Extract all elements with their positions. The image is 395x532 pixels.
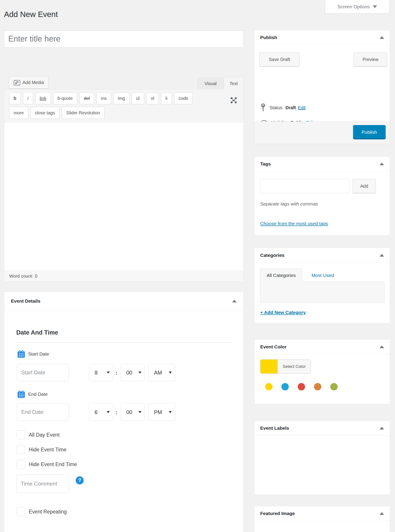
tags-hint: Separate tags with commas — [260, 201, 318, 207]
add-media-button[interactable]: Add Media — [9, 76, 49, 89]
calendar-icon — [17, 390, 25, 398]
end-minute-select[interactable]: 00 — [121, 403, 145, 421]
quicktag-code-button[interactable]: code — [174, 92, 192, 104]
help-icon[interactable]: ? — [76, 476, 84, 484]
end-ampm-select[interactable]: PM — [148, 403, 175, 421]
add-tag-button[interactable]: Add — [353, 179, 376, 193]
event-title-input[interactable] — [4, 30, 243, 47]
event-repeating-row: Event Repeating — [16, 507, 67, 516]
event-color-header[interactable]: Event Color — [254, 340, 390, 354]
status-value: Draft — [285, 105, 296, 110]
all-day-event-label: All Day Event — [29, 432, 60, 438]
event-details-title: Event Details — [11, 298, 40, 304]
start-date-input[interactable] — [17, 364, 69, 381]
save-draft-button[interactable]: Save Draft — [259, 52, 300, 67]
edit-status-link[interactable]: Edit — [298, 105, 306, 110]
publish-button[interactable]: Publish — [353, 125, 386, 139]
end-hour-select[interactable]: 6 — [89, 403, 113, 421]
all-day-event-checkbox[interactable] — [16, 430, 25, 439]
quicktag-img-button[interactable]: img — [113, 92, 129, 104]
start-minute-select-wrap: 00 — [121, 364, 145, 381]
event-labels-header[interactable]: Event Labels — [254, 421, 390, 436]
quicktag-close-tags-button[interactable]: close tags — [31, 107, 60, 119]
publish-title: Publish — [260, 35, 277, 40]
quicktag-italic-button[interactable]: i — [23, 92, 33, 104]
category-list[interactable] — [260, 282, 384, 303]
screen-options-button[interactable]: Screen Options — [325, 0, 390, 14]
tags-input[interactable] — [260, 179, 350, 193]
color-swatch[interactable] — [314, 383, 321, 390]
hide-event-end-time-checkbox[interactable] — [16, 460, 25, 469]
select-color-label: Select Color — [277, 360, 311, 373]
tab-most-used[interactable]: Most Used — [308, 269, 337, 282]
start-ampm-select[interactable]: AM — [148, 364, 175, 381]
quicktag-blockquote-button[interactable]: b-quote — [53, 92, 77, 104]
preview-button[interactable]: Preview — [354, 52, 387, 67]
collapse-icon[interactable] — [380, 346, 384, 348]
tags-header[interactable]: Tags — [254, 157, 390, 171]
publish-header[interactable]: Publish — [254, 30, 390, 45]
collapse-icon[interactable] — [232, 300, 236, 302]
end-minute-select-wrap: 00 — [121, 403, 145, 421]
categories-title: Categories — [260, 253, 285, 258]
choose-most-used-tags-link[interactable]: Choose from the most used tags — [260, 221, 328, 226]
color-swatch[interactable] — [265, 383, 273, 390]
quicktag-bold-button[interactable]: b — [9, 92, 21, 104]
word-count-value: 0 — [35, 274, 37, 279]
color-swatch[interactable] — [281, 383, 289, 390]
hide-event-end-time-label: Hide Event End Time — [29, 461, 77, 467]
select-color-button[interactable]: Select Color — [260, 359, 311, 374]
quicktag-ins-button[interactable]: ins — [96, 92, 111, 104]
collapse-icon[interactable] — [380, 512, 384, 515]
tab-text[interactable]: Text — [224, 78, 243, 89]
event-labels-panel: Event Labels — [254, 420, 390, 495]
collapse-icon[interactable] — [380, 427, 384, 430]
quicktag-ul-button[interactable]: ul — [132, 92, 144, 104]
categories-header[interactable]: Categories — [254, 248, 390, 263]
start-date-label-row: Start Date — [17, 350, 49, 358]
end-date-label-row: End Date — [17, 390, 48, 398]
chevron-down-icon — [373, 5, 377, 8]
fullscreen-expand-icon[interactable] — [230, 96, 237, 104]
start-hour-select-wrap: 8 — [89, 364, 113, 381]
event-details-header[interactable]: Event Details — [4, 292, 243, 311]
start-date-label: Start Date — [28, 351, 49, 357]
collapse-icon[interactable] — [380, 162, 384, 165]
status-label: Status: — [269, 105, 283, 110]
tags-panel: Tags Add Separate tags with commas Choos… — [254, 156, 390, 236]
editor-textarea[interactable] — [4, 123, 243, 271]
color-swatch[interactable] — [330, 383, 338, 390]
event-color-palette — [265, 383, 338, 390]
collapse-icon[interactable] — [380, 254, 384, 257]
quicktag-li-button[interactable]: li — [161, 92, 172, 104]
quicktag-ol-button[interactable]: ol — [146, 92, 159, 104]
tab-all-categories[interactable]: All Categories — [260, 269, 302, 282]
end-date-input[interactable] — [17, 403, 69, 421]
quicktags-row-1: b i link b-quote del ins img ul ol li co… — [9, 92, 238, 104]
tab-text-label: Text — [230, 81, 238, 86]
quicktag-more-button[interactable]: more — [9, 107, 28, 119]
time-comment-input[interactable] — [16, 475, 69, 493]
start-ampm-select-wrap: AM — [148, 364, 175, 381]
featured-image-header[interactable]: Featured Image — [254, 506, 390, 521]
word-count-label: Word count: — [9, 274, 33, 279]
publish-panel: Publish Save Draft Preview Status: Draft… — [254, 30, 390, 144]
page-title: Add New Event — [4, 10, 58, 19]
event-labels-title: Event Labels — [260, 426, 289, 431]
quicktag-link-button[interactable]: link — [35, 92, 51, 104]
end-ampm-select-wrap: PM — [148, 403, 175, 421]
add-media-label: Add Media — [22, 80, 44, 85]
pin-icon — [260, 103, 266, 112]
hide-event-time-row: Hide Event Time — [16, 445, 66, 454]
start-hour-select[interactable]: 8 — [89, 364, 113, 381]
tab-visual[interactable]: Visual — [197, 78, 224, 89]
hide-event-time-checkbox[interactable] — [16, 445, 25, 454]
start-minute-select[interactable]: 00 — [121, 364, 145, 381]
event-repeating-checkbox[interactable] — [16, 507, 25, 516]
quicktag-del-button[interactable]: del — [79, 92, 94, 104]
end-hour-select-wrap: 6 — [89, 403, 113, 421]
collapse-icon[interactable] — [380, 36, 384, 39]
add-new-category-link[interactable]: + Add New Category — [260, 310, 306, 315]
color-swatch[interactable] — [298, 383, 305, 390]
slider-revolution-button[interactable]: Slider Revolution — [62, 107, 104, 119]
